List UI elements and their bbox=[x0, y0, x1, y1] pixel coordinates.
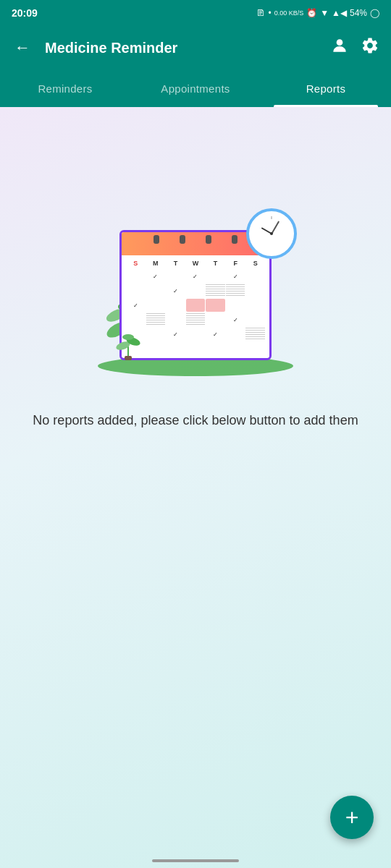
tab-reminders[interactable]: Reminders bbox=[0, 69, 130, 107]
status-time: 20:09 bbox=[12, 7, 38, 19]
back-button[interactable]: ← bbox=[12, 35, 33, 60]
wifi-icon: ▼ bbox=[320, 8, 329, 18]
clock-illustration bbox=[246, 208, 297, 259]
settings-icon[interactable] bbox=[361, 36, 379, 59]
tab-appointments[interactable]: Appointments bbox=[130, 69, 261, 107]
app-bar-actions bbox=[330, 36, 379, 59]
dot-separator: • bbox=[268, 8, 271, 18]
add-report-fab[interactable]: + bbox=[330, 796, 374, 839]
battery-level: 54% bbox=[350, 8, 367, 18]
alarm-icon: ⏰ bbox=[306, 8, 317, 18]
calendar-illustration: S M T W T F S ✓ ✓ ✓ bbox=[119, 230, 272, 360]
screenshot-icon: 🖹 bbox=[256, 8, 265, 18]
profile-icon[interactable] bbox=[330, 36, 349, 59]
svg-point-0 bbox=[337, 39, 343, 46]
empty-state-message: No reports added, please click below but… bbox=[4, 411, 387, 430]
status-icons: 🖹 • 0.00 KB/S ⏰ ▼ ▲◀ 54% ◯ bbox=[256, 8, 379, 18]
empty-state-illustration: S M T W T F S ✓ ✓ ✓ bbox=[87, 179, 304, 382]
svg-point-11 bbox=[122, 334, 134, 340]
svg-rect-12 bbox=[125, 356, 132, 360]
app-bar: ← Medicine Reminder bbox=[0, 26, 391, 69]
plant-small bbox=[116, 324, 141, 363]
main-content: S M T W T F S ✓ ✓ ✓ bbox=[0, 107, 391, 868]
tab-bar: Reminders Appointments Reports bbox=[0, 69, 391, 107]
app-title: Medicine Reminder bbox=[45, 40, 319, 56]
battery-icon: ◯ bbox=[370, 8, 379, 18]
bottom-bar-indicator bbox=[152, 859, 239, 862]
tab-reports[interactable]: Reports bbox=[261, 69, 391, 107]
network-speed: 0.00 KB/S bbox=[274, 9, 304, 17]
signal-icon: ▲◀ bbox=[332, 8, 347, 18]
status-bar: 20:09 🖹 • 0.00 KB/S ⏰ ▼ ▲◀ 54% ◯ bbox=[0, 0, 391, 26]
